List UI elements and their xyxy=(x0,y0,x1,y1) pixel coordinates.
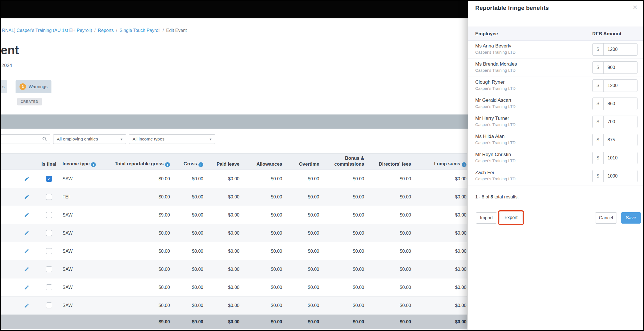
payroll-table-row: SAW$0.00$0.00$0.00$0.00$0.00$0.00$0.00$0… xyxy=(1,224,467,242)
is-final-checkbox[interactable] xyxy=(46,230,52,236)
totals-empty-cell xyxy=(1,315,38,329)
employee-company: Casper's Training LTD xyxy=(475,140,516,145)
employing-entities-select[interactable]: All employing entities ▾ xyxy=(53,134,126,144)
total-amount-cell: $0.00 xyxy=(204,315,240,329)
info-icon[interactable]: i xyxy=(462,162,466,167)
amount-cell: $0.00 xyxy=(365,188,412,206)
amount-cell: $0.00 xyxy=(114,188,170,206)
close-icon[interactable]: × xyxy=(631,2,639,13)
employee-name: Mr Gerald Ascart xyxy=(475,98,511,103)
warnings-count-badge: 3 xyxy=(20,83,26,90)
edit-icon[interactable] xyxy=(24,248,29,254)
is-final-checkbox[interactable] xyxy=(46,302,52,308)
column-header-bonus_commissions: Bonus & commissions xyxy=(320,153,365,170)
employee-company: Casper's Training LTD xyxy=(475,50,516,55)
rfb-amount-input[interactable] xyxy=(604,98,637,110)
export-button[interactable]: Export xyxy=(500,212,522,223)
rfb-amount-input[interactable] xyxy=(604,116,637,128)
import-button[interactable]: Import xyxy=(476,212,497,224)
is-final-checkbox[interactable] xyxy=(46,266,52,272)
total-amount-cell: $0.00 xyxy=(320,315,365,329)
edit-icon[interactable] xyxy=(24,212,29,218)
search-icon xyxy=(42,136,47,142)
amount-cell: $0.00 xyxy=(204,260,240,278)
chevron-down-icon: ▾ xyxy=(120,137,122,141)
amount-cell: $0.00 xyxy=(114,297,170,315)
rfb-amount-input[interactable] xyxy=(604,80,637,92)
currency-prefix: $ xyxy=(593,44,604,55)
is-final-checkbox[interactable] xyxy=(46,194,52,200)
breadcrumb-item[interactable]: Reports xyxy=(98,28,114,33)
is-final-checkbox[interactable] xyxy=(46,284,52,290)
amount-cell: $0.00 xyxy=(365,170,412,188)
column-header-lump_sums: Lump sumsi xyxy=(412,153,467,170)
results-range: 1 - 8 of xyxy=(475,194,489,199)
info-icon[interactable]: i xyxy=(91,162,96,167)
income-types-value: All income types xyxy=(133,137,165,142)
is-final-checkbox[interactable] xyxy=(46,248,52,254)
info-icon[interactable]: i xyxy=(198,162,203,167)
edit-cell xyxy=(1,224,38,242)
amount-cell: $9.00 xyxy=(170,206,204,224)
breadcrumb-item[interactable]: Single Touch Payroll xyxy=(120,28,161,33)
amount-cell: $0.00 xyxy=(412,188,467,206)
rfb-amount-input[interactable] xyxy=(604,134,637,146)
modal-title: Reportable fringe benefits xyxy=(475,5,549,11)
edit-icon[interactable] xyxy=(24,285,29,290)
amount-cell: $0.00 xyxy=(114,260,170,278)
rfb-amount-input[interactable] xyxy=(604,62,637,73)
rfb-amount-input[interactable] xyxy=(604,152,637,164)
amount-cell: $0.00 xyxy=(204,297,240,315)
edit-icon[interactable] xyxy=(24,194,29,200)
tab-partial[interactable]: s xyxy=(1,80,7,93)
tab-warnings[interactable]: 3 Warnings xyxy=(16,80,51,93)
is-final-checkbox[interactable] xyxy=(46,212,52,218)
amount-cell: $0.00 xyxy=(412,206,467,224)
edit-cell xyxy=(1,278,38,297)
edit-icon[interactable] xyxy=(24,230,29,236)
amount-cell: $0.00 xyxy=(320,170,365,188)
search-input[interactable] xyxy=(1,135,38,143)
save-button[interactable]: Save xyxy=(621,212,641,224)
employee-column-header: Employee xyxy=(475,31,498,37)
rfb-row: Ms Hilda AlanCasper's Training LTD$ xyxy=(468,131,643,149)
edit-icon[interactable] xyxy=(24,267,29,272)
income-types-select[interactable]: All income types ▾ xyxy=(129,134,215,144)
rfb-row: Clough RynerCasper's Training LTD$ xyxy=(468,77,643,95)
amount-cell: $0.00 xyxy=(283,297,320,315)
is-final-cell: ✓ xyxy=(38,170,60,188)
is-final-checkbox[interactable]: ✓ xyxy=(46,176,52,182)
amount-cell: $0.00 xyxy=(283,206,320,224)
employee-name: Mr Reyn Christin xyxy=(475,152,511,157)
cancel-button[interactable]: Cancel xyxy=(595,212,617,224)
rfb-amount-input[interactable] xyxy=(604,170,637,182)
payroll-table-head-row: Is finalIncome typeiTotal reportable gro… xyxy=(1,153,467,170)
amount-cell: $0.00 xyxy=(320,260,365,278)
total-amount-cell: $0.00 xyxy=(240,315,283,329)
amount-cell: $0.00 xyxy=(283,188,320,206)
amount-cell: $0.00 xyxy=(320,188,365,206)
info-icon[interactable]: i xyxy=(165,162,170,167)
amount-cell: $0.00 xyxy=(412,260,467,278)
rfb-modal: Reportable fringe benefits × Employee RF… xyxy=(468,1,643,330)
is-final-cell xyxy=(38,278,60,297)
currency-prefix: $ xyxy=(593,62,604,73)
edit-icon[interactable] xyxy=(24,176,29,181)
column-header-allowances: Allowances xyxy=(240,153,283,170)
payroll-table-row: SAW$0.00$0.00$0.00$0.00$0.00$0.00$0.00$0… xyxy=(1,260,467,278)
table-toolbar-band xyxy=(1,114,468,129)
rfb-amount-input[interactable] xyxy=(604,44,637,55)
breadcrumb-item[interactable]: RNAL] Casper's Training (AU 1st EH Payro… xyxy=(2,28,92,33)
employee-company: Casper's Training LTD xyxy=(475,86,516,91)
amount-cell: $0.00 xyxy=(365,206,412,224)
amount-cell: $0.00 xyxy=(240,297,283,315)
is-final-cell xyxy=(38,224,60,242)
amount-cell: $0.00 xyxy=(114,242,170,260)
edit-icon[interactable] xyxy=(24,303,29,308)
employee-name: Ms Hilda Alan xyxy=(475,134,505,139)
currency-prefix: $ xyxy=(593,98,604,110)
amount-cell: $0.00 xyxy=(283,224,320,242)
amount-cell: $0.00 xyxy=(170,297,204,315)
amount-cell: $9.00 xyxy=(114,206,170,224)
amount-cell: $0.00 xyxy=(320,206,365,224)
